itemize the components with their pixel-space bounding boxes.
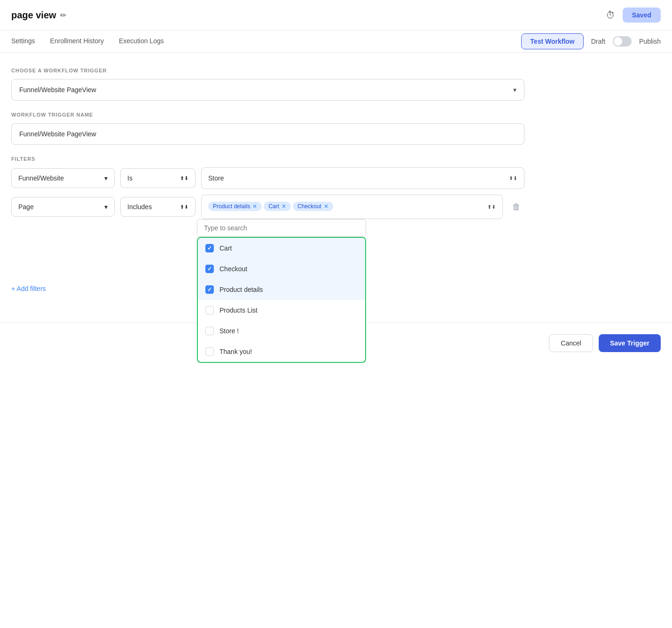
filter2-operator-select[interactable]: Includes ⬆⬇	[120, 197, 195, 217]
dropdown-item[interactable]: Product details	[198, 279, 365, 300]
search-input[interactable]	[197, 219, 366, 237]
nav-tabs: Settings Enrollment History Execution Lo…	[0, 31, 672, 53]
dropdown-item-label: Store !	[219, 327, 239, 335]
delete-filter-icon[interactable]: 🗑	[508, 198, 524, 216]
filters-label: FILTERS	[11, 156, 524, 162]
save-trigger-button[interactable]: Save Trigger	[599, 334, 661, 352]
tag-cart-label: Cart	[268, 203, 279, 210]
edit-icon[interactable]: ✏	[60, 11, 66, 20]
tag-product-details-label: Product details	[213, 203, 250, 210]
draft-label: Draft	[591, 38, 605, 45]
filter2-tags: Product details ✕ Cart ✕ Checkout ✕	[208, 202, 487, 212]
nav-left: Settings Enrollment History Execution Lo…	[11, 31, 164, 52]
dropdown-item[interactable]: Store !	[198, 321, 365, 341]
chevron-updown-icon: ⬆⬇	[180, 175, 188, 181]
tag-checkout-label: Checkout	[297, 203, 321, 210]
chevron-updown-icon: ⬆⬇	[180, 204, 188, 210]
filter1-operator-value: Is	[127, 174, 133, 182]
tab-execution-logs[interactable]: Execution Logs	[119, 31, 164, 52]
header-left: page view ✏	[11, 10, 66, 21]
header: page view ✏ ⏱ Saved	[0, 0, 672, 31]
checkbox-products-list[interactable]	[205, 306, 214, 314]
chevron-updown-icon: ⬆⬇	[509, 175, 517, 181]
chevron-down-icon: ▾	[513, 86, 516, 94]
dropdown-item-label: Cart	[219, 244, 232, 252]
checkbox-product-details[interactable]	[205, 285, 214, 294]
filter1-operator-select[interactable]: Is ⬆⬇	[120, 168, 195, 188]
checkbox-checkout[interactable]	[205, 265, 214, 273]
dropdown-item[interactable]: Checkout	[198, 259, 365, 279]
chevron-updown-icon: ⬆⬇	[487, 204, 496, 210]
trigger-name-input[interactable]	[11, 123, 524, 145]
filter1-value-box[interactable]: Store ⬆⬇	[201, 167, 524, 189]
dropdown-item-label: Thank you!	[219, 348, 252, 355]
dropdown-item[interactable]: Thank you!	[198, 341, 365, 362]
filter2-field-select[interactable]: Page ▾	[11, 197, 115, 217]
dropdown-list: CartCheckoutProduct detailsProducts List…	[197, 237, 366, 363]
tag-checkout-remove[interactable]: ✕	[324, 203, 328, 210]
tag-cart-remove[interactable]: ✕	[281, 203, 286, 210]
filter1-value: Store	[208, 174, 224, 182]
header-right: ⏱ Saved	[606, 8, 661, 23]
filters-section: FILTERS Funnel/Website ▾ Is ⬆⬇ Store ⬆⬇ …	[11, 156, 524, 219]
tag-cart: Cart ✕	[264, 202, 291, 211]
filter2-value-box[interactable]: Product details ✕ Cart ✕ Checkout ✕ ⬆⬇	[201, 195, 503, 219]
filter2-dropdown: CartCheckoutProduct detailsProducts List…	[197, 219, 366, 363]
dropdown-item[interactable]: Products List	[198, 300, 365, 321]
tag-product-details-remove[interactable]: ✕	[252, 203, 257, 210]
dropdown-item-label: Products List	[219, 306, 258, 314]
tab-settings[interactable]: Settings	[11, 31, 35, 52]
chevron-down-icon: ▾	[104, 203, 108, 211]
tag-checkout: Checkout ✕	[293, 202, 333, 211]
add-filters-label: + Add filters	[11, 285, 46, 292]
saved-button[interactable]: Saved	[623, 8, 661, 23]
dropdown-item-label: Checkout	[219, 265, 247, 273]
checkbox-thank-you![interactable]	[205, 347, 214, 356]
test-workflow-button[interactable]: Test Workflow	[521, 33, 583, 49]
chevron-down-icon: ▾	[104, 174, 108, 182]
trigger-select-value: Funnel/Website PageView	[19, 86, 96, 94]
filter2-field-value: Page	[18, 203, 34, 211]
checkbox-cart[interactable]	[205, 244, 214, 252]
nav-right: Test Workflow Draft Publish	[521, 33, 661, 49]
clock-icon: ⏱	[606, 10, 615, 21]
dropdown-item-label: Product details	[219, 286, 263, 293]
draft-toggle[interactable]	[613, 36, 632, 47]
page-title: page view	[11, 10, 56, 21]
dropdown-item[interactable]: Cart	[198, 238, 365, 259]
publish-label: Publish	[639, 38, 661, 45]
trigger-name-label: WORKFLOW TRIGGER NAME	[11, 112, 524, 118]
filter1-field-select[interactable]: Funnel/Website ▾	[11, 168, 115, 188]
filter-row-2: Page ▾ Includes ⬆⬇ Product details ✕ Car…	[11, 195, 524, 219]
checkbox-store-![interactable]	[205, 327, 214, 335]
cancel-button[interactable]: Cancel	[549, 334, 593, 352]
filter1-field-value: Funnel/Website	[18, 174, 64, 182]
trigger-select[interactable]: Funnel/Website PageView ▾	[11, 79, 524, 101]
tab-enrollment-history[interactable]: Enrollment History	[50, 31, 104, 52]
tag-product-details: Product details ✕	[208, 202, 262, 211]
filter-row-1: Funnel/Website ▾ Is ⬆⬇ Store ⬆⬇	[11, 167, 524, 189]
trigger-section-label: CHOOSE A WORKFLOW TRIGGER	[11, 68, 524, 73]
filter-row-2-wrapper: Page ▾ Includes ⬆⬇ Product details ✕ Car…	[11, 195, 524, 219]
filter2-operator-value: Includes	[127, 203, 152, 211]
main-content: CHOOSE A WORKFLOW TRIGGER Funnel/Website…	[0, 53, 536, 307]
